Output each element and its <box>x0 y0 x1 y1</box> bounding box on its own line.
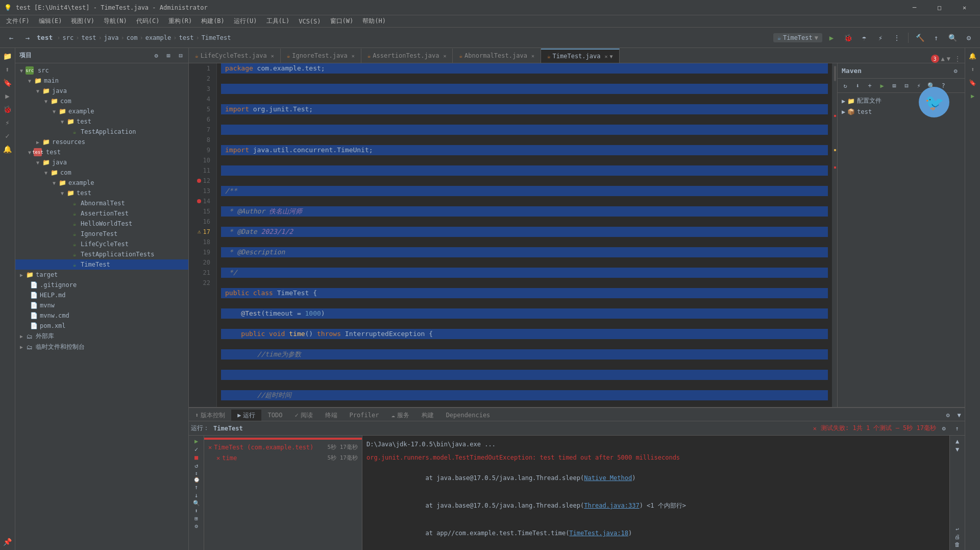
run-expand-icon[interactable]: ↑ <box>951 423 963 434</box>
close-button[interactable]: ✕ <box>953 0 976 15</box>
sidebar-expand-icon[interactable]: ⊞ <box>163 50 174 61</box>
right-bookmark-icon[interactable]: 🔖 <box>967 77 979 89</box>
tree-item-testapptests[interactable]: ☕ TestApplicationTests <box>15 249 188 259</box>
link-timetest-java[interactable]: TimeTest.java:18 <box>569 530 628 537</box>
right-notifications-icon[interactable]: 🔔 <box>967 50 979 62</box>
tree-item-main-test[interactable]: ▼ 📁 test <box>15 116 188 127</box>
tree-item-main-java[interactable]: ▼ 📁 java <box>15 86 188 96</box>
tree-item-temp[interactable]: ▶ 🗂 临时文件和控制台 <box>15 342 188 352</box>
close-tab-time[interactable]: ✕ <box>604 54 607 59</box>
minimize-button[interactable]: ─ <box>903 0 926 15</box>
close-tab-lifecycle[interactable]: ✕ <box>271 53 274 59</box>
tab-abnormaltest[interactable]: ☕ AbnormalTest.java ✕ <box>453 49 541 63</box>
maximize-button[interactable]: □ <box>928 0 951 15</box>
run-rerun-icon[interactable]: ↺ <box>194 462 198 469</box>
run-play-icon[interactable]: ▶ <box>194 438 198 445</box>
side-icon-notifications[interactable]: 🔔 <box>2 143 14 155</box>
tab-read[interactable]: ✓ 阅读 <box>288 410 318 421</box>
tab-build[interactable]: 构建 <box>415 410 440 421</box>
bottom-panel-settings-icon[interactable]: ⚙ <box>942 410 953 421</box>
tree-item-assertion[interactable]: ☕ AssertionTest <box>15 208 188 219</box>
test-item-time-method[interactable]: ✕ time 5秒 17毫秒 <box>204 452 362 463</box>
side-icon-pin[interactable]: 📌 <box>2 536 14 548</box>
tab-services[interactable]: ☁ 服务 <box>385 410 415 421</box>
debug-button[interactable]: 🐞 <box>841 31 855 45</box>
breadcrumb-src[interactable]: src <box>63 34 74 41</box>
run-settings-icon[interactable]: ⚙ <box>938 423 949 434</box>
more-run-button[interactable]: ⋮ <box>890 31 904 45</box>
sidebar-collapse-icon[interactable]: ⊟ <box>175 50 186 61</box>
console-output[interactable]: D:\Java\jdk-17.0.5\bin\java.exe ... org.… <box>362 436 949 550</box>
breadcrumb-timetest[interactable]: TimeTest <box>202 34 231 41</box>
side-icon-folder[interactable]: 📁 <box>2 50 14 62</box>
breakpoint-14[interactable] <box>197 199 201 203</box>
tab-run[interactable]: ▶ 运行 <box>231 410 261 421</box>
tree-item-mvnwcmd[interactable]: 📄 mvnw.cmd <box>15 310 188 321</box>
side-icon-profiler[interactable]: ⚡ <box>2 116 14 129</box>
menu-window[interactable]: 窗口(W) <box>326 16 358 27</box>
tree-item-main[interactable]: ▼ 📁 main <box>15 76 188 86</box>
tab-assertiontest[interactable]: ☕ AssertionTest.java ✕ <box>361 49 453 63</box>
side-icon-todo[interactable]: ✓ <box>2 130 14 142</box>
menu-navigate[interactable]: 导航(N) <box>100 16 131 27</box>
toolbar-forward-icon[interactable]: → <box>20 31 35 45</box>
close-tab-assertion[interactable]: ✕ <box>443 53 446 59</box>
side-icon-run[interactable]: ▶ <box>2 90 14 102</box>
tab-dropdown-icon[interactable]: ▼ <box>610 54 613 59</box>
bottom-panel-hide-icon[interactable]: ▼ <box>953 410 965 421</box>
tree-item-src[interactable]: ▼ src src <box>15 65 188 76</box>
tree-item-target[interactable]: ▶ 📁 target <box>15 270 188 280</box>
more-options-icon[interactable]: ⋮ <box>954 55 961 62</box>
search-everywhere-button[interactable]: 🔍 <box>945 31 960 45</box>
menu-vcs[interactable]: VCS(S) <box>295 17 325 26</box>
tree-item-gitignore[interactable]: 📄 .gitignore <box>15 280 188 290</box>
run-expand2-icon[interactable]: ⊞ <box>194 515 198 522</box>
line-wrap-icon[interactable]: ↩ <box>955 526 959 533</box>
run-button[interactable]: ▶ <box>824 31 839 45</box>
tree-item-resources[interactable]: ▶ 📁 resources <box>15 137 188 147</box>
menu-refactor[interactable]: 重构(R) <box>164 16 196 27</box>
tree-item-ignore[interactable]: ☕ IgnoreTest <box>15 229 188 239</box>
tree-item-helpmd[interactable]: 📄 HELP.md <box>15 290 188 300</box>
tree-item-lifecycle[interactable]: ☕ LifeCycleTest <box>15 239 188 249</box>
run-search-icon[interactable]: 🔍 <box>193 500 200 507</box>
close-tab-abnormal[interactable]: ✕ <box>531 53 534 59</box>
breakpoint-12[interactable] <box>197 179 201 183</box>
run-export-icon[interactable]: ⬆ <box>194 508 198 514</box>
maven-run-icon[interactable]: ▶ <box>876 80 888 91</box>
tree-item-example[interactable]: ▼ 📁 example <box>15 106 188 116</box>
right-git-icon[interactable]: ⬆ <box>967 63 979 76</box>
tree-item-com[interactable]: ▼ 📁 com <box>15 96 188 106</box>
link-native-method-1[interactable]: Native Method <box>584 474 632 482</box>
tree-item-abnormal[interactable]: ☕ AbnormalTest <box>15 198 188 208</box>
menu-file[interactable]: 文件(F) <box>2 16 34 27</box>
breadcrumb-example[interactable]: example <box>145 34 172 41</box>
close-tab-ignore[interactable]: ✕ <box>352 53 355 59</box>
test-item-timetest[interactable]: ✕ TimeTest (com.example.test) 5秒 17毫秒 <box>204 442 362 452</box>
tree-item-test-java[interactable]: ▼ 📁 java <box>15 157 188 168</box>
menu-run[interactable]: 运行(U) <box>230 16 261 27</box>
run-settings2-icon[interactable]: ⚙ <box>194 523 198 530</box>
tree-item-test-test[interactable]: ▼ 📁 test <box>15 188 188 198</box>
tab-ignoretest[interactable]: ☕ IgnoreTest.java ✕ <box>281 49 361 63</box>
tree-item-test[interactable]: ▼ test test <box>15 147 188 157</box>
error-nav-down[interactable]: ▼ <box>947 55 950 62</box>
menu-build[interactable]: 构建(B) <box>197 16 229 27</box>
menu-edit[interactable]: 编辑(E) <box>35 16 66 27</box>
menu-help[interactable]: 帮助(H) <box>358 16 390 27</box>
run-down-icon[interactable]: ↓ <box>194 492 198 499</box>
tab-terminal[interactable]: 终端 <box>319 410 344 421</box>
side-icon-debug[interactable]: 🐞 <box>2 103 14 115</box>
code-editor[interactable]: package com.example.test; import org.jun… <box>217 63 832 407</box>
link-thread-java[interactable]: Thread.java:337 <box>584 502 639 509</box>
breadcrumb-java[interactable]: java <box>104 34 119 41</box>
run-config-tab[interactable]: ☕ TimeTest ▼ <box>773 33 822 42</box>
profile-button[interactable]: ⚡ <box>873 31 888 45</box>
settings-button[interactable]: ⚙ <box>962 31 976 45</box>
tab-version-control[interactable]: ⬆ 版本控制 <box>189 410 231 421</box>
scrollbar-indicator[interactable] <box>832 63 837 407</box>
build-button[interactable]: 🔨 <box>913 31 927 45</box>
maven-settings-icon[interactable]: ⚙ <box>950 66 961 76</box>
tree-item-mvnw[interactable]: 📄 mvnw <box>15 300 188 310</box>
tree-item-pomxml[interactable]: 📄 pom.xml <box>15 321 188 331</box>
